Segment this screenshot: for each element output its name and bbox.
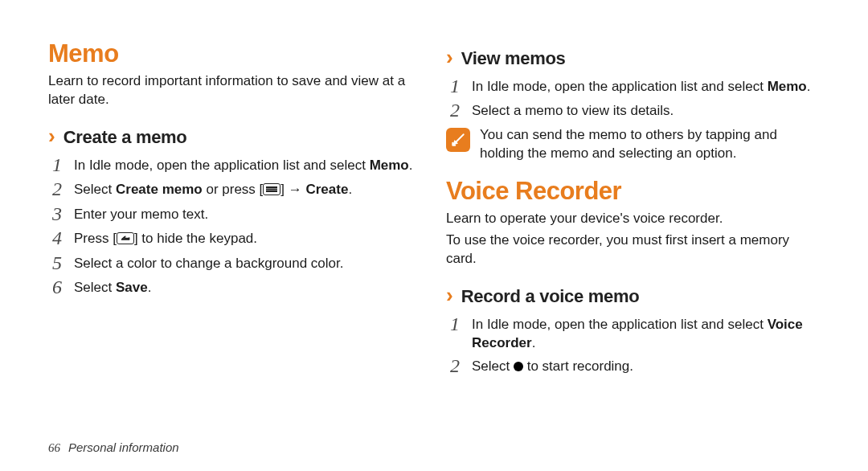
page-footer: 66 Personal information [48, 440, 179, 455]
back-icon [117, 232, 134, 244]
menu-icon [263, 183, 280, 195]
step-number: 2 [48, 178, 66, 199]
chevron-right-icon: › [446, 47, 453, 68]
note-text: You can send the memo to others by tappi… [480, 126, 820, 163]
heading-memo: Memo [48, 40, 422, 68]
chevron-right-icon: › [446, 285, 453, 305]
step-item: 6 Select Save. [48, 275, 422, 299]
step-text: Select to start recording. [472, 355, 820, 376]
step-number: 6 [48, 276, 66, 297]
memo-intro: Learn to record important information to… [48, 72, 422, 109]
step-text: In Idle mode, open the application list … [74, 154, 422, 175]
voice-intro-1: Learn to operate your device's voice rec… [446, 210, 820, 228]
manual-page: Memo Learn to record important informati… [0, 0, 868, 471]
step-text: Enter your memo text. [74, 203, 422, 224]
step-number: 1 [48, 154, 66, 175]
left-column: Memo Learn to record important informati… [48, 40, 422, 471]
step-item: 5 Select a color to change a background … [48, 251, 422, 275]
step-number: 2 [446, 100, 464, 121]
step-item: 2 Select Create memo or press [] → Creat… [48, 177, 422, 201]
step-number: 4 [48, 227, 66, 248]
step-text: Select Create memo or press [] → Create. [74, 178, 422, 199]
step-number: 5 [48, 252, 66, 273]
step-number: 3 [48, 203, 66, 224]
chevron-right-icon: › [48, 125, 55, 146]
step-text: Select Save. [74, 276, 422, 297]
subheading-label: View memos [461, 48, 566, 69]
step-item: 4 Press [] to hide the keypad. [48, 226, 422, 250]
note-icon [446, 128, 470, 152]
section-name: Personal information [68, 440, 179, 454]
subheading-create-memo: › Create a memo [48, 125, 422, 148]
step-item: 1 In Idle mode, open the application lis… [446, 312, 820, 354]
voice-intro-2: To use the voice recorder, you must firs… [446, 231, 820, 268]
step-item: 1 In Idle mode, open the application lis… [446, 74, 820, 98]
step-text: Select a color to change a background co… [74, 252, 422, 273]
step-text: Select a memo to view its details. [472, 100, 820, 121]
step-item: 3 Enter your memo text. [48, 202, 422, 226]
step-item: 1 In Idle mode, open the application lis… [48, 153, 422, 177]
right-column: › View memos 1 In Idle mode, open the ap… [446, 40, 820, 471]
step-item: 2 Select to start recording. [446, 354, 820, 378]
page-number: 66 [48, 441, 60, 455]
subheading-label: Record a voice memo [461, 286, 640, 307]
step-number: 1 [446, 313, 464, 334]
step-text: In Idle mode, open the application list … [472, 313, 820, 353]
note-block: You can send the memo to others by tappi… [446, 126, 820, 163]
step-item: 2 Select a memo to view its details. [446, 98, 820, 122]
step-number: 2 [446, 355, 464, 376]
record-voice-steps: 1 In Idle mode, open the application lis… [446, 312, 820, 379]
create-memo-steps: 1 In Idle mode, open the application lis… [48, 153, 422, 299]
subheading-label: Create a memo [63, 127, 187, 148]
subheading-view-memos: › View memos [446, 47, 820, 69]
subheading-record-voice: › Record a voice memo [446, 285, 820, 307]
record-dot-icon [514, 362, 523, 371]
step-text: Press [] to hide the keypad. [74, 227, 422, 248]
step-text: In Idle mode, open the application list … [472, 76, 820, 96]
step-number: 1 [446, 76, 464, 96]
heading-voice-recorder: Voice Recorder [446, 178, 820, 205]
view-memos-steps: 1 In Idle mode, open the application lis… [446, 74, 820, 123]
